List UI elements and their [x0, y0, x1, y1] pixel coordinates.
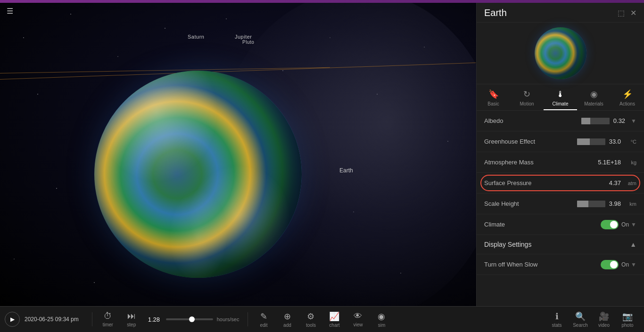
- climate-chevron[interactable]: ▼: [631, 221, 636, 228]
- video-icon: 🎥: [599, 311, 609, 322]
- property-atmosphere-mass: Atmosphere Mass 5.1E+18 kg: [477, 152, 644, 173]
- screen-icon[interactable]: ⬚: [618, 8, 625, 17]
- toolbar-photo[interactable]: 📷 photo: [616, 311, 639, 328]
- top-bar: [0, 0, 644, 3]
- greenhouse-bar-fill: [577, 138, 590, 145]
- toolbar-divider-1: [92, 312, 92, 326]
- photo-icon: 📷: [622, 311, 633, 322]
- climate-toggle-switch[interactable]: [601, 220, 619, 229]
- tab-bar: 🔖 Basic ↻ Motion 🌡 Climate ◉ Materials ⚡…: [477, 84, 644, 111]
- atmosphere-mass-label: Atmosphere Mass: [484, 159, 598, 166]
- toolbar-speed-section: 1.28 hours/sec: [148, 316, 239, 323]
- play-icon: ▶: [10, 316, 15, 323]
- tab-basic[interactable]: 🔖 Basic: [477, 84, 510, 110]
- property-albedo: Albedo 0.32 ▼: [477, 111, 644, 131]
- saturn-label: Saturn: [188, 34, 204, 40]
- property-scale-height: Scale Height 3.98 km: [477, 194, 644, 214]
- play-button[interactable]: ▶: [5, 312, 20, 327]
- tab-climate-label: Climate: [553, 101, 569, 106]
- edit-label: edit: [260, 323, 267, 328]
- earth-viewport-label: Earth: [339, 167, 353, 174]
- toolbar-tools[interactable]: ⚙ tools: [299, 311, 322, 328]
- earth-thumbnail-container: [477, 23, 644, 84]
- sim-label: sim: [378, 323, 386, 328]
- step-label: step: [127, 322, 136, 327]
- greenhouse-bar: [577, 138, 605, 145]
- toolbar-sim[interactable]: ◉ sim: [370, 311, 393, 328]
- climate-tab-icon: 🌡: [556, 89, 565, 99]
- tab-materials[interactable]: ◉ Materials: [577, 84, 611, 110]
- stats-label: stats: [552, 323, 561, 328]
- speed-value: 1.28: [148, 316, 162, 323]
- turn-off-slow-toggle[interactable]: [601, 260, 619, 269]
- greenhouse-value[interactable]: 33.0: [609, 138, 621, 145]
- toolbar-view[interactable]: 👁 view: [346, 311, 370, 327]
- toolbar-add[interactable]: ⊕ add: [275, 311, 299, 328]
- panel-title: Earth: [484, 8, 507, 18]
- tab-actions-label: Actions: [619, 101, 635, 106]
- toolbar-timer[interactable]: ⏱ timer: [96, 311, 120, 327]
- surface-pressure-label: Surface Pressure: [484, 179, 609, 186]
- turn-off-slow-chevron[interactable]: ▼: [631, 261, 636, 268]
- albedo-value[interactable]: 0.32: [613, 117, 625, 124]
- albedo-bar-fill: [581, 118, 590, 124]
- pluto-label: Pluto: [242, 40, 254, 45]
- albedo-bar: [581, 118, 610, 124]
- climate-toggle-container: On: [601, 220, 629, 229]
- tab-motion[interactable]: ↻ Motion: [510, 84, 544, 110]
- surface-pressure-value[interactable]: 4.37: [609, 179, 621, 186]
- search-icon: 🔍: [575, 311, 586, 322]
- speed-slider-thumb: [189, 316, 195, 322]
- albedo-chevron[interactable]: ▼: [631, 118, 636, 124]
- tools-icon: ⚙: [307, 311, 314, 322]
- property-greenhouse: Greenhouse Effect 33.0 °C: [477, 131, 644, 152]
- bottom-toolbar: ▶ 2020-06-25 09:34 pm ⏱ timer ⏭ step 1.2…: [0, 306, 644, 332]
- add-icon: ⊕: [284, 311, 291, 322]
- panel-header: Earth ⬚ ✕: [477, 0, 644, 23]
- properties-section: Albedo 0.32 ▼ Greenhouse Effect 33.0 °C …: [477, 111, 644, 332]
- panel-header-icons: ⬚ ✕: [618, 8, 636, 17]
- step-icon: ⏭: [127, 311, 136, 321]
- main-viewport: Saturn Jupiter Pluto Earth: [0, 0, 476, 306]
- view-label: view: [353, 322, 363, 327]
- toolbar-edit[interactable]: ✎ edit: [252, 311, 275, 328]
- greenhouse-label: Greenhouse Effect: [484, 138, 577, 145]
- toolbar-step[interactable]: ⏭ step: [120, 311, 143, 327]
- video-label: video: [598, 323, 610, 328]
- right-panel: Earth ⬚ ✕ 🔖 Basic ↻ Motion 🌡 Climate ◉ M…: [476, 0, 644, 332]
- turn-off-slow-toggle-container: On: [601, 260, 629, 269]
- close-icon[interactable]: ✕: [630, 8, 636, 17]
- earth-globe: [94, 71, 302, 278]
- speed-slider[interactable]: [166, 318, 213, 320]
- atmosphere-mass-value[interactable]: 5.1E+18: [598, 159, 621, 166]
- tab-motion-label: Motion: [520, 101, 534, 106]
- stats-icon: ℹ: [555, 311, 559, 322]
- surface-pressure-unit: atm: [625, 180, 636, 186]
- toolbar-video[interactable]: 🎥 video: [592, 311, 616, 328]
- scale-height-value[interactable]: 3.98: [609, 200, 621, 207]
- jupiter-label: Jupiter: [235, 34, 252, 40]
- toolbar-divider-2: [248, 312, 248, 326]
- display-settings-header[interactable]: Display Settings ▲: [477, 235, 644, 254]
- scale-height-bar-fill: [577, 201, 588, 207]
- toolbar-stats[interactable]: ℹ stats: [545, 311, 569, 328]
- sim-icon: ◉: [378, 311, 385, 322]
- tab-actions[interactable]: ⚡ Actions: [611, 84, 644, 110]
- toolbar-chart[interactable]: 📈 chart: [322, 311, 346, 328]
- turn-off-slow-state: On: [621, 261, 629, 268]
- greenhouse-unit: °C: [625, 139, 636, 145]
- property-surface-pressure: Surface Pressure 4.37 atm: [477, 173, 644, 194]
- timer-icon: ⏱: [104, 311, 112, 321]
- basic-tab-icon: 🔖: [488, 89, 499, 99]
- property-climate: Climate On ▼: [477, 214, 644, 235]
- tab-climate[interactable]: 🌡 Climate: [544, 84, 577, 110]
- chart-icon: 📈: [329, 311, 339, 322]
- search-label: Search: [573, 323, 588, 328]
- scale-height-bar: [577, 201, 605, 207]
- speed-unit: hours/sec: [217, 316, 239, 322]
- edit-icon: ✎: [260, 311, 267, 322]
- hamburger-button[interactable]: ☰: [7, 7, 13, 16]
- scale-height-label: Scale Height: [484, 200, 577, 207]
- photo-label: photo: [621, 323, 633, 328]
- toolbar-search[interactable]: 🔍 Search: [569, 311, 592, 328]
